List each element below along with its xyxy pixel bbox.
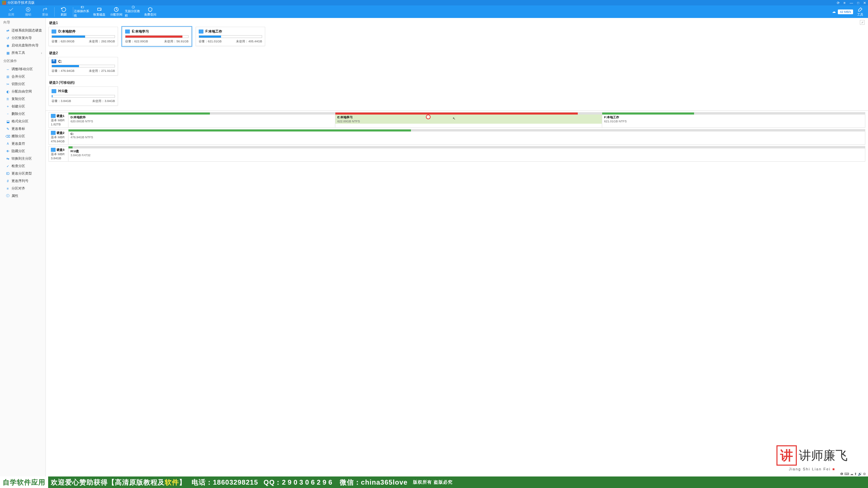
partition-row: 硬盘2 基本 MBR 476.94GB C: 476.94GB NTFS [48,129,865,145]
sidebar-item-label: 更改盘符 [12,141,25,146]
sidebar-item[interactable]: －删除分区 [0,110,45,118]
drive-icon [52,29,56,34]
toolbar: 应用 撤销 重做 刷新 迁移操作系统 恢复磁盘 分配空间 无损分区教程 免费查问… [0,5,868,18]
allocate-space-button[interactable]: 分配空间 [108,5,125,18]
disk-type: 基本 MBR [51,135,65,140]
disk-card[interactable]: H:U盘 容量：3.84GB未使用：3.84GB [48,86,118,106]
sidebar-icon: ⓘ [6,194,9,198]
partition-block[interactable]: D:本地软件 620.00GB NTFS [68,113,335,127]
sidebar-item-label: 属性 [12,194,18,198]
sidebar-item[interactable]: #更改序列号 [0,177,45,185]
partition-table: 硬盘1 基本 MBR 1.82TB D:本地软件 620.00GB NTFS ↖… [46,110,868,164]
maximize-icon[interactable]: □ [857,1,859,5]
expand-button[interactable]: ⤢ [860,20,865,25]
migrate-os-button[interactable]: 迁移操作系统 [74,5,91,18]
sidebar-item[interactable]: ↔调整/移动分区 [0,65,45,73]
sidebar-item[interactable]: ✂切割分区 [0,80,45,88]
tools-button[interactable]: 工具 [855,5,865,18]
disk-name: 硬盘2 [57,131,64,135]
sidebar-item[interactable]: ◉启动光盘制作向导 [0,42,45,49]
sidebar-icon: ⌫ [6,135,9,138]
disk-icon [51,114,56,118]
redo-button[interactable]: 重做 [37,5,54,18]
menu-icon[interactable]: ≡ [844,1,846,5]
sidebar-item[interactable]: ⓘ属性 [0,192,45,200]
disk-icon [51,148,56,152]
sidebar-icon: # [6,179,9,183]
sidebar-item-label: 复制分区 [12,97,25,101]
sidebar-icon: ✓ [6,164,9,168]
partition-row: 硬盘1 基本 MBR 1.82TB D:本地软件 620.00GB NTFS ↖… [48,112,865,128]
disk-name: 硬盘1 [57,114,64,118]
sidebar-item-label: 分区恢复向导 [12,36,32,40]
free-label: 未使用：3.84GB [92,99,115,103]
apply-button[interactable]: 应用 [3,5,20,18]
sidebar-icon: － [6,112,9,116]
sidebar-icon: ID [6,172,9,175]
disk-card[interactable]: D:本地软件 容量：620.00GB未使用：292.05GB [48,27,118,46]
recover-disk-button[interactable]: 恢复磁盘 [91,5,108,18]
sidebar-item[interactable]: ＋创建分区 [0,103,45,110]
disk-card[interactable]: E:本地学习 容量：622.00GB未使用：56.91GB [122,27,192,46]
sidebar-item[interactable]: ⇆转换到主分区 [0,155,45,162]
partition-size: 3.84GB FAT32 [71,154,863,157]
sidebar-item[interactable]: ⌫擦除分区 [0,133,45,140]
disk-card[interactable]: C: 容量：476.94GB未使用：271.91GB [48,57,118,76]
disk-size: 3.84GB [51,157,61,160]
sidebar-item[interactable]: ⬓格式化分区 [0,118,45,125]
minimize-icon[interactable]: — [850,1,853,5]
sidebar-item[interactable]: ✎更改卷标 [0,125,45,133]
free-query-button[interactable]: 免费查问 [142,5,159,18]
refresh-icon[interactable]: ⟳ [837,1,840,5]
free-label: 未使用：292.05GB [89,39,115,44]
sidebar-item[interactable]: ↺分区恢复向导 [0,34,45,42]
drive-icon [52,59,56,63]
sidebar-item[interactable]: ≡分区对齐 [0,185,45,192]
partition-block[interactable]: C: 476.94GB NTFS [68,129,865,144]
refresh-button[interactable]: 刷新 [55,5,72,18]
sidebar-icon: ↺ [6,36,9,40]
sidebar-ops-header: 分区操作 [0,57,45,65]
sidebar-item-label: 启动光盘制作向导 [12,43,39,48]
sidebar-item[interactable]: ID更改分区类型 [0,170,45,177]
speed-badge: 42 MB/s [838,9,853,14]
sidebar-item[interactable]: ▦所有工具 [0,49,45,57]
sidebar-item[interactable]: ⎘复制分区 [0,95,45,103]
sidebar-item-label: 分区对齐 [12,186,25,191]
sidebar-item[interactable]: ✓检查分区 [0,162,45,170]
usage-bar [125,35,189,38]
sidebar-item-label: 切割分区 [12,82,25,86]
sidebar-item-label: 格式化分区 [12,119,28,124]
tray-icons: ❶ ⌨ ☁ ⬆ 🔊 ⚙ [840,472,866,476]
sidebar-icon: ⇄ [6,29,9,32]
capacity-label: 容量：620.00GB [52,39,75,44]
sidebar-item[interactable]: ⇄迁移系统到固态硬盘 [0,27,45,34]
disk-card[interactable]: F:本地工作 容量：621.01GB未使用：405.44GB [196,27,265,46]
discard-button[interactable]: 撤销 [20,5,37,18]
partition-row-header[interactable]: 硬盘1 基本 MBR 1.82TB [49,113,68,127]
sidebar-item-label: 分配自由空间 [12,89,32,94]
cloud-icon[interactable]: ☁ [832,9,836,14]
sidebar-item[interactable]: 👁隐藏分区 [0,147,45,155]
partition-name: F:本地工作 [604,115,863,120]
partition-block[interactable]: H:U盘 3.84GB FAT32 [68,146,865,161]
partition-block[interactable]: F:本地工作 621.01GB NTFS [602,113,865,127]
usage-bar [52,65,115,67]
close-icon[interactable]: ✕ [863,1,866,5]
drive-icon [125,29,130,34]
partition-size: 476.94GB NTFS [71,136,863,139]
disk-type: 基本 MBR [51,118,65,123]
tutorial-button[interactable]: 无损分区教程 [125,5,142,18]
sidebar-icon: ＋ [6,105,9,108]
sidebar-icon: ⎘ [6,97,9,101]
sidebar-item[interactable]: ◐分配自由空间 [0,88,45,95]
sidebar-item-label: 检查分区 [12,164,25,168]
app-title: 分区助手技术员版 [7,0,35,5]
partition-row-header[interactable]: 硬盘3 基本 MBR 3.84GB [49,146,68,161]
sidebar-item[interactable]: Ａ更改盘符 [0,140,45,147]
partition-block[interactable]: ↖ E:本地学习 622.00GB NTFS [335,113,602,127]
sidebar-item[interactable]: ⊞合并分区 [0,73,45,80]
sidebar-item-label: 迁移系统到固态硬盘 [12,28,42,33]
sidebar-icon: ↔ [6,67,9,71]
partition-row-header[interactable]: 硬盘2 基本 MBR 476.94GB [49,129,68,144]
